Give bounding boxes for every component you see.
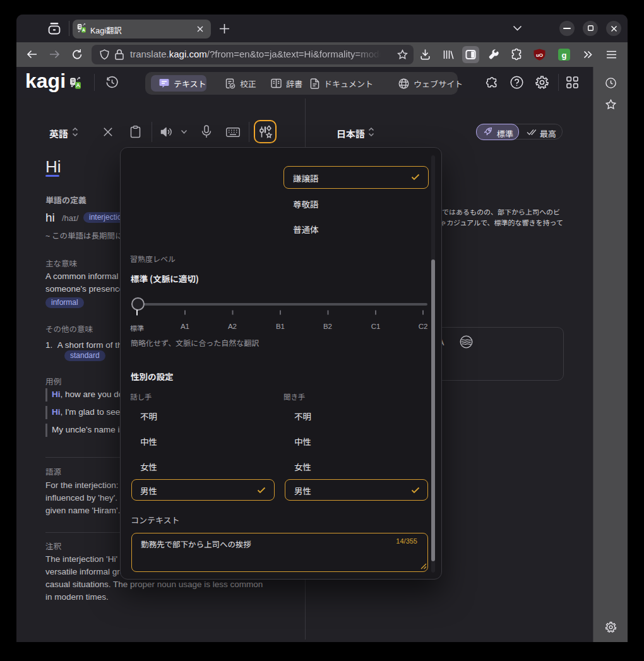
svg-text:A: A <box>82 28 85 32</box>
svg-text:A: A <box>76 82 80 88</box>
svg-text:g: g <box>562 51 567 60</box>
svg-text:uO: uO <box>536 52 543 58</box>
